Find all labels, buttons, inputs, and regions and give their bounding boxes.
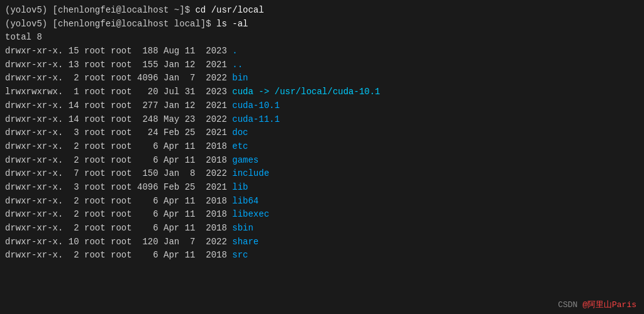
file-meta: drwxr-xr-x. 14 root root 248 May 23 2022 — [5, 113, 232, 127]
terminal-line: drwxr-xr-x. 2 root root 6 Apr 11 2018 sr… — [5, 249, 639, 263]
file-name: games — [232, 154, 258, 168]
file-name: etc — [232, 140, 248, 154]
file-meta: drwxr-xr-x. 14 root root 277 Jan 12 2021 — [5, 99, 232, 113]
terminal-line: drwxr-xr-x. 2 root root 6 Apr 11 2018 sb… — [5, 222, 639, 236]
terminal-line: total 8 — [5, 31, 639, 45]
terminal-line: drwxr-xr-x. 2 root root 4096 Jan 7 2022 … — [5, 72, 639, 85]
prompt: (yolov5) [chenlongfei@localhost ~]$ — [5, 4, 195, 18]
file-name: include — [232, 167, 269, 181]
file-meta: drwxr-xr-x. 2 root root 6 Apr 11 2018 — [5, 140, 232, 154]
terminal-line: drwxr-xr-x. 2 root root 6 Apr 11 2018 li… — [5, 195, 639, 208]
file-meta: drwxr-xr-x. 2 root root 6 Apr 11 2018 — [5, 222, 232, 236]
terminal-line: (yolov5) [chenlongfei@localhost local]$ … — [5, 18, 639, 31]
terminal-line: drwxr-xr-x. 14 root root 277 Jan 12 2021… — [5, 99, 639, 113]
file-name: .. — [232, 58, 243, 72]
terminal: (yolov5) [chenlongfei@localhost ~]$ cd /… — [0, 0, 644, 314]
file-name: libexec — [232, 208, 269, 222]
file-meta: drwxr-xr-x. 15 root root 188 Aug 11 2023 — [5, 45, 232, 58]
file-meta: drwxr-xr-x. 3 root root 4096 Feb 25 2021 — [5, 181, 232, 195]
terminal-line: drwxr-xr-x. 10 root root 120 Jan 7 2022 … — [5, 236, 639, 249]
file-name: sbin — [232, 222, 253, 236]
terminal-line: drwxr-xr-x. 2 root root 6 Apr 11 2018 ga… — [5, 154, 639, 168]
command: cd /usr/local — [195, 4, 264, 18]
terminal-line: drwxr-xr-x. 2 root root 6 Apr 11 2018 et… — [5, 140, 639, 154]
file-meta: drwxr-xr-x. 2 root root 6 Apr 11 2018 — [5, 154, 232, 168]
terminal-line: drwxr-xr-x. 3 root root 24 Feb 25 2021 d… — [5, 126, 639, 140]
file-name: . — [232, 45, 237, 58]
file-name: share — [232, 236, 258, 249]
file-name: cuda-10.1 — [232, 99, 280, 113]
terminal-line: drwxr-xr-x. 15 root root 188 Aug 11 2023… — [5, 45, 639, 58]
terminal-line: drwxr-xr-x. 13 root root 155 Jan 12 2021… — [5, 58, 639, 72]
terminal-line: drwxr-xr-x. 2 root root 6 Apr 11 2018 li… — [5, 208, 639, 222]
terminal-line: lrwxrwxrwx. 1 root root 20 Jul 31 2023 c… — [5, 85, 639, 99]
prompt: (yolov5) [chenlongfei@localhost local]$ — [5, 18, 216, 31]
file-name: cuda -> /usr/local/cuda-10.1 — [232, 85, 380, 99]
terminal-line: drwxr-xr-x. 3 root root 4096 Feb 25 2021… — [5, 181, 639, 195]
command: ls -al — [216, 18, 248, 31]
file-name: cuda-11.1 — [232, 113, 280, 127]
file-meta: drwxr-xr-x. 13 root root 155 Jan 12 2021 — [5, 58, 232, 72]
terminal-line: (yolov5) [chenlongfei@localhost ~]$ cd /… — [5, 4, 639, 18]
file-name: doc — [232, 126, 248, 140]
file-meta: drwxr-xr-x. 2 root root 4096 Jan 7 2022 — [5, 72, 232, 85]
watermark: CSDN @阿里山Paris — [558, 299, 636, 310]
file-meta: drwxr-xr-x. 10 root root 120 Jan 7 2022 — [5, 236, 232, 249]
file-name: lib — [232, 181, 248, 195]
terminal-line: drwxr-xr-x. 14 root root 248 May 23 2022… — [5, 113, 639, 127]
file-meta: lrwxrwxrwx. 1 root root 20 Jul 31 2023 — [5, 85, 232, 99]
file-meta: drwxr-xr-x. 2 root root 6 Apr 11 2018 — [5, 208, 232, 222]
file-meta: drwxr-xr-x. 7 root root 150 Jan 8 2022 — [5, 167, 232, 181]
output-text: total 8 — [5, 31, 42, 45]
file-meta: drwxr-xr-x. 2 root root 6 Apr 11 2018 — [5, 249, 232, 263]
file-name: lib64 — [232, 195, 258, 208]
file-name: src — [232, 249, 248, 263]
file-meta: drwxr-xr-x. 2 root root 6 Apr 11 2018 — [5, 195, 232, 208]
file-name: bin — [232, 72, 248, 85]
terminal-line: drwxr-xr-x. 7 root root 150 Jan 8 2022 i… — [5, 167, 639, 181]
file-meta: drwxr-xr-x. 3 root root 24 Feb 25 2021 — [5, 126, 232, 140]
